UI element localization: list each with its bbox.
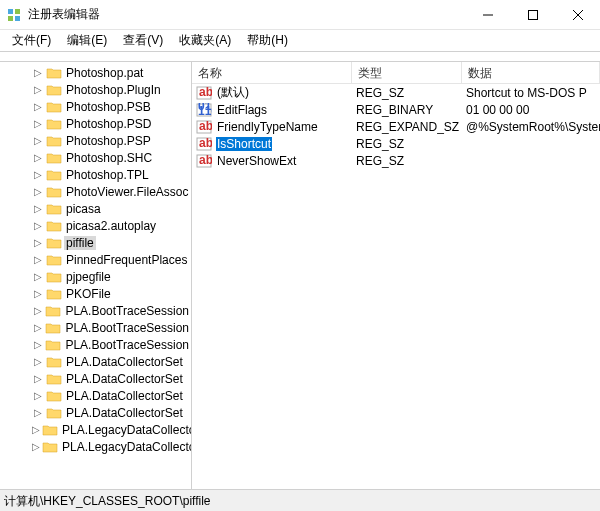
tree-node[interactable]: ▷pjpegfile bbox=[0, 268, 191, 285]
svg-text:ab: ab bbox=[199, 120, 212, 133]
value-list[interactable]: 名称 类型 数据 ab(默认)REG_SZShortcut to MS-DOS … bbox=[192, 62, 600, 489]
expand-icon[interactable]: ▷ bbox=[32, 390, 44, 401]
folder-icon bbox=[46, 66, 62, 80]
menu-view[interactable]: 查看(V) bbox=[115, 30, 171, 51]
svg-rect-5 bbox=[528, 10, 537, 19]
folder-icon bbox=[46, 287, 62, 301]
folder-icon bbox=[45, 304, 61, 318]
tree-node[interactable]: ▷Photoshop.PlugIn bbox=[0, 81, 191, 98]
tree-label: Photoshop.TPL bbox=[64, 168, 151, 182]
list-row[interactable]: abNeverShowExtREG_SZ bbox=[192, 152, 600, 169]
tree-node[interactable]: ▷PLA.DataCollectorSet bbox=[0, 387, 191, 404]
folder-icon bbox=[46, 134, 62, 148]
tree-node[interactable]: ▷PLA.DataCollectorSet bbox=[0, 353, 191, 370]
list-row[interactable]: ab(默认)REG_SZShortcut to MS-DOS P bbox=[192, 84, 600, 101]
folder-icon bbox=[46, 372, 62, 386]
value-icon: 011110 bbox=[196, 103, 212, 117]
expand-icon[interactable]: ▷ bbox=[32, 135, 44, 146]
expand-icon[interactable]: ▷ bbox=[32, 254, 44, 265]
value-icon: ab bbox=[196, 154, 212, 168]
expand-icon[interactable]: ▷ bbox=[32, 67, 44, 78]
tree-node[interactable]: ▷PLA.LegacyDataCollector bbox=[0, 438, 191, 455]
tree-label: picasa bbox=[64, 202, 103, 216]
list-row[interactable]: abFriendlyTypeNameREG_EXPAND_SZ@%SystemR… bbox=[192, 118, 600, 135]
registry-tree[interactable]: ▷Photoshop.pat▷Photoshop.PlugIn▷Photosho… bbox=[0, 62, 192, 489]
tree-node[interactable]: ▷Photoshop.PSB bbox=[0, 98, 191, 115]
tree-node[interactable]: ▷PhotoViewer.FileAssoc bbox=[0, 183, 191, 200]
tree-node[interactable]: ▷PLA.BootTraceSession bbox=[0, 319, 191, 336]
tree-node[interactable]: ▷PLA.BootTraceSession bbox=[0, 336, 191, 353]
close-button[interactable] bbox=[555, 0, 600, 29]
tree-node[interactable]: ▷piffile bbox=[0, 234, 191, 251]
tree-node[interactable]: ▷Photoshop.TPL bbox=[0, 166, 191, 183]
value-name: EditFlags bbox=[212, 103, 350, 117]
toolbar bbox=[0, 52, 600, 62]
minimize-button[interactable] bbox=[465, 0, 510, 29]
menu-edit[interactable]: 编辑(E) bbox=[59, 30, 115, 51]
expand-icon[interactable]: ▷ bbox=[32, 220, 44, 231]
folder-icon bbox=[46, 406, 62, 420]
menu-file[interactable]: 文件(F) bbox=[4, 30, 59, 51]
titlebar: 注册表编辑器 bbox=[0, 0, 600, 30]
menu-favorites[interactable]: 收藏夹(A) bbox=[171, 30, 239, 51]
tree-label: picasa2.autoplay bbox=[64, 219, 158, 233]
tree-label: PLA.DataCollectorSet bbox=[64, 389, 185, 403]
window-buttons bbox=[465, 0, 600, 29]
value-name: IsShortcut bbox=[212, 137, 350, 151]
tree-node[interactable]: ▷Photoshop.SHC bbox=[0, 149, 191, 166]
tree-node[interactable]: ▷PKOFile bbox=[0, 285, 191, 302]
tree-node[interactable]: ▷PLA.DataCollectorSet bbox=[0, 370, 191, 387]
status-bar: 计算机\HKEY_CLASSES_ROOT\piffile bbox=[0, 489, 600, 511]
tree-node[interactable]: ▷picasa2.autoplay bbox=[0, 217, 191, 234]
tree-label: PLA.BootTraceSession bbox=[63, 304, 191, 318]
tree-node[interactable]: ▷PinnedFrequentPlaces bbox=[0, 251, 191, 268]
list-row[interactable]: abIsShortcutREG_SZ bbox=[192, 135, 600, 152]
expand-icon[interactable]: ▷ bbox=[32, 407, 44, 418]
expand-icon[interactable]: ▷ bbox=[32, 186, 44, 197]
expand-icon[interactable]: ▷ bbox=[32, 288, 44, 299]
expand-icon[interactable]: ▷ bbox=[32, 271, 44, 282]
expand-icon[interactable]: ▷ bbox=[32, 424, 40, 435]
expand-icon[interactable]: ▷ bbox=[32, 118, 44, 129]
value-data: 01 00 00 00 bbox=[460, 103, 600, 117]
expand-icon[interactable]: ▷ bbox=[32, 356, 44, 367]
column-data[interactable]: 数据 bbox=[462, 62, 600, 83]
folder-icon bbox=[46, 253, 62, 267]
maximize-button[interactable] bbox=[510, 0, 555, 29]
expand-icon[interactable]: ▷ bbox=[32, 152, 44, 163]
tree-node[interactable]: ▷Photoshop.PSD bbox=[0, 115, 191, 132]
folder-icon bbox=[42, 423, 58, 437]
tree-node[interactable]: ▷Photoshop.pat bbox=[0, 64, 191, 81]
expand-icon[interactable]: ▷ bbox=[32, 84, 44, 95]
menu-help[interactable]: 帮助(H) bbox=[239, 30, 296, 51]
list-row[interactable]: 011110EditFlagsREG_BINARY01 00 00 00 bbox=[192, 101, 600, 118]
tree-label: PinnedFrequentPlaces bbox=[64, 253, 189, 267]
tree-node[interactable]: ▷PLA.DataCollectorSet bbox=[0, 404, 191, 421]
column-type[interactable]: 类型 bbox=[352, 62, 462, 83]
expand-icon[interactable]: ▷ bbox=[32, 322, 43, 333]
folder-icon bbox=[45, 321, 61, 335]
value-icon: ab bbox=[196, 120, 212, 134]
folder-icon bbox=[46, 270, 62, 284]
folder-icon bbox=[46, 236, 62, 250]
expand-icon[interactable]: ▷ bbox=[32, 339, 43, 350]
svg-rect-0 bbox=[8, 9, 13, 14]
expand-icon[interactable]: ▷ bbox=[32, 441, 40, 452]
expand-icon[interactable]: ▷ bbox=[32, 237, 44, 248]
expand-icon[interactable]: ▷ bbox=[32, 169, 44, 180]
value-name: NeverShowExt bbox=[212, 154, 350, 168]
tree-label: Photoshop.PSD bbox=[64, 117, 153, 131]
tree-node[interactable]: ▷Photoshop.PSP bbox=[0, 132, 191, 149]
svg-text:ab: ab bbox=[199, 86, 212, 99]
folder-icon bbox=[46, 100, 62, 114]
tree-node[interactable]: ▷PLA.BootTraceSession bbox=[0, 302, 191, 319]
column-name[interactable]: 名称 bbox=[192, 62, 352, 83]
tree-node[interactable]: ▷PLA.LegacyDataCollector bbox=[0, 421, 191, 438]
value-type: REG_SZ bbox=[350, 154, 460, 168]
tree-node[interactable]: ▷picasa bbox=[0, 200, 191, 217]
expand-icon[interactable]: ▷ bbox=[32, 305, 43, 316]
expand-icon[interactable]: ▷ bbox=[32, 373, 44, 384]
tree-label: Photoshop.PSP bbox=[64, 134, 153, 148]
expand-icon[interactable]: ▷ bbox=[32, 203, 44, 214]
expand-icon[interactable]: ▷ bbox=[32, 101, 44, 112]
